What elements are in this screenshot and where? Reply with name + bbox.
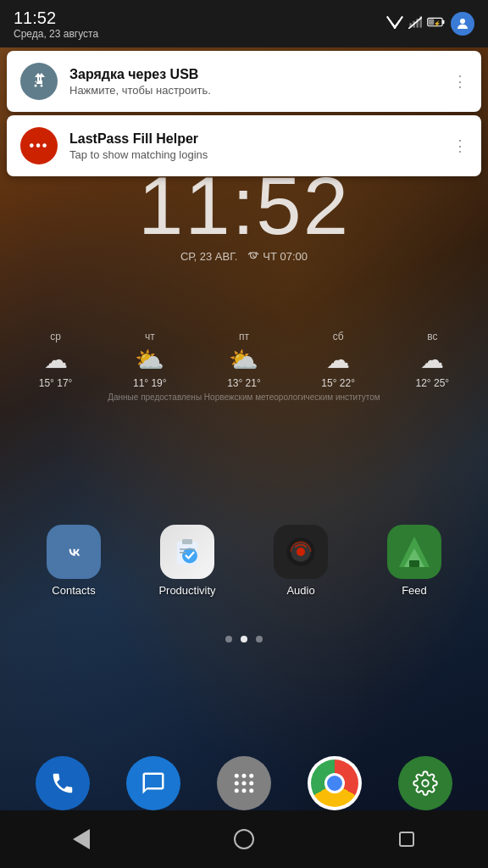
- notif-lastpass-title: LastPass Fill Helper: [69, 131, 441, 147]
- notification-usb[interactable]: Зарядка через USB Нажмите, чтобы настрои…: [7, 51, 481, 112]
- weather-label-3: сб: [333, 331, 344, 342]
- svg-point-0: [394, 26, 396, 29]
- nav-recent-button[interactable]: [390, 822, 424, 856]
- svg-point-30: [241, 788, 246, 793]
- weather-day-4: вс ☁ 12° 25°: [390, 331, 474, 389]
- weather-days-row: ср ☁ 15° 17° чт ⛅ 11° 19° пт ⛅ 13° 21° с…: [8, 331, 480, 389]
- clock-widget: 11:52 СР, 23 АВГ. ЧТ 07:00: [0, 165, 488, 263]
- notif-usb-title: Зарядка через USB: [69, 67, 441, 82]
- app-item-feed[interactable]: Feed: [376, 525, 452, 597]
- wifi-icon: [386, 15, 403, 32]
- weather-day-2: пт ⛅ 13° 21°: [202, 331, 286, 389]
- svg-point-31: [249, 788, 253, 793]
- svg-rect-7: [442, 20, 444, 25]
- svg-text:⚡: ⚡: [434, 20, 441, 27]
- nav-back-button[interactable]: [64, 822, 98, 856]
- weather-temp-1: 11° 19°: [133, 377, 167, 389]
- dock-settings[interactable]: [398, 756, 452, 810]
- clock-date-row: СР, 23 АВГ. ЧТ 07:00: [180, 250, 308, 263]
- weather-icon-1: ⛅: [135, 346, 164, 374]
- notif-usb-content: Зарядка через USB Нажмите, чтобы настрои…: [69, 67, 441, 97]
- status-date: Среда, 23 августа: [14, 28, 98, 40]
- weather-icon-4: ☁: [420, 346, 444, 374]
- weather-temp-3: 15° 22°: [321, 377, 355, 389]
- notif-usb-body: Нажмите, чтобы настроить.: [69, 84, 441, 97]
- svg-point-32: [423, 780, 430, 787]
- weather-widget: ср ☁ 15° 17° чт ⛅ 11° 19° пт ⛅ 13° 21° с…: [0, 331, 488, 402]
- weather-label-4: вс: [427, 331, 437, 342]
- status-time: 11:52 Среда, 23 августа: [14, 8, 98, 40]
- notif-usb-icon: [20, 63, 58, 100]
- dock-chrome[interactable]: [308, 756, 362, 810]
- app-icon-productivity: [160, 525, 214, 579]
- notif-usb-menu[interactable]: ⋮: [452, 72, 468, 91]
- battery-icon: ⚡: [427, 16, 446, 31]
- app-item-contacts[interactable]: Contacts: [36, 525, 112, 597]
- weather-icon-2: ⛅: [229, 346, 258, 374]
- weather-icon-0: ☁: [44, 346, 68, 374]
- page-indicators: [0, 636, 488, 643]
- clock-date-label: СР, 23 АВГ.: [180, 250, 237, 263]
- status-clock: 11:52: [14, 8, 98, 28]
- weather-label-2: пт: [239, 331, 249, 342]
- dock-apps[interactable]: [217, 756, 271, 810]
- svg-point-23: [235, 774, 239, 778]
- app-dock: Contacts Productivity: [0, 525, 488, 597]
- weather-temp-0: 15° 17°: [39, 377, 73, 389]
- svg-point-29: [235, 788, 239, 793]
- weather-day-1: чт ⛅ 11° 19°: [108, 331, 192, 389]
- signal-icon: [408, 15, 422, 32]
- weather-temp-4: 12° 25°: [416, 377, 450, 389]
- weather-day-3: сб ☁ 15° 22°: [296, 331, 380, 389]
- notif-lastpass-content: LastPass Fill Helper Tap to show matchin…: [69, 131, 441, 161]
- app-label-feed: Feed: [402, 584, 427, 597]
- page-dot-2[interactable]: [256, 636, 263, 643]
- page-dot-1[interactable]: [241, 636, 247, 643]
- home-icon: [234, 829, 254, 849]
- app-icon-audio: [274, 525, 328, 579]
- weather-label-1: чт: [145, 331, 155, 342]
- nav-bar: [0, 810, 488, 868]
- app-label-contacts: Contacts: [52, 584, 95, 597]
- notification-lastpass[interactable]: ••• LastPass Fill Helper Tap to show mat…: [7, 115, 481, 176]
- weather-day-0: ср ☁ 15° 17°: [14, 331, 98, 389]
- clock-alarm-time: ЧТ 07:00: [263, 250, 308, 263]
- app-item-audio[interactable]: Audio: [263, 525, 339, 597]
- weather-icon-3: ☁: [326, 346, 350, 374]
- status-bar: 11:52 Среда, 23 августа: [0, 0, 488, 47]
- bottom-dock: [0, 756, 488, 810]
- status-icons: ⚡: [386, 12, 474, 36]
- svg-rect-14: [182, 539, 192, 544]
- svg-point-26: [235, 782, 239, 786]
- back-icon: [73, 829, 90, 849]
- recent-icon: [399, 832, 414, 847]
- svg-point-24: [241, 774, 246, 778]
- dock-messages[interactable]: [126, 756, 180, 810]
- app-label-productivity: Productivity: [158, 584, 215, 597]
- clock-alarm: ЧТ 07:00: [247, 250, 308, 263]
- notif-lastpass-body: Tap to show matching logins: [69, 148, 441, 161]
- weather-source: Данные предоставлены Норвежским метеорол…: [8, 392, 480, 402]
- svg-point-25: [249, 774, 253, 778]
- svg-point-10: [460, 19, 465, 24]
- weather-temp-2: 13° 21°: [227, 377, 261, 389]
- svg-point-20: [297, 548, 305, 556]
- notif-lastpass-icon: •••: [20, 127, 58, 164]
- app-item-productivity[interactable]: Productivity: [149, 525, 225, 597]
- svg-rect-22: [409, 560, 419, 567]
- app-icon-feed: [387, 525, 441, 579]
- weather-label-0: ср: [50, 331, 61, 342]
- notifications-panel: Зарядка через USB Нажмите, чтобы настрои…: [0, 47, 488, 180]
- dock-phone[interactable]: [36, 756, 90, 810]
- notif-lastpass-menu[interactable]: ⋮: [452, 136, 468, 155]
- svg-point-27: [241, 782, 246, 786]
- svg-point-28: [249, 782, 253, 786]
- app-label-audio: Audio: [286, 584, 314, 597]
- avatar-icon[interactable]: [451, 12, 474, 36]
- nav-home-button[interactable]: [227, 822, 261, 856]
- page-dot-0[interactable]: [225, 636, 232, 643]
- app-icon-contacts: [47, 525, 101, 579]
